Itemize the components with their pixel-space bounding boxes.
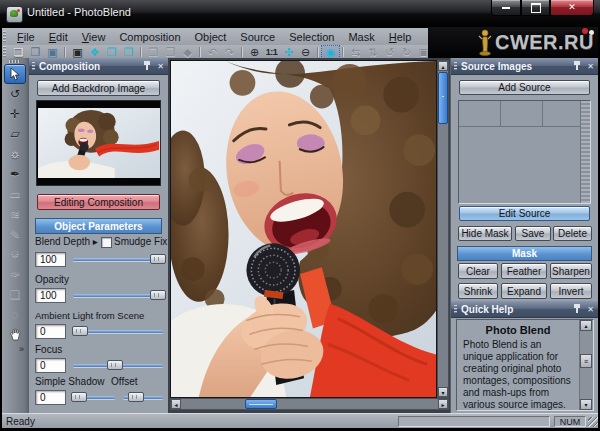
focus-slider[interactable] <box>73 358 163 372</box>
pin-icon[interactable] <box>143 61 151 71</box>
wand-tool[interactable]: ✷ <box>4 244 26 264</box>
source-list-scrollbar[interactable] <box>580 101 590 203</box>
save-mask-button[interactable]: Save <box>515 226 551 241</box>
eraser-tool[interactable]: ▭ <box>4 184 26 204</box>
distort-tool[interactable]: ▱ <box>4 124 26 144</box>
opacity-slider[interactable] <box>73 288 163 302</box>
add-backdrop-button[interactable]: Add Backdrop Image <box>37 80 160 96</box>
quick-help-scroll-thumb[interactable]: ≡ <box>580 354 592 368</box>
vertical-scroll-thumb[interactable] <box>438 72 448 124</box>
scroll-left-button[interactable]: ◂ <box>171 399 181 409</box>
slider-thumb[interactable] <box>72 326 88 336</box>
paste-icon[interactable]: ❒ <box>162 46 179 58</box>
zoom-out-icon[interactable]: ⊖ <box>297 46 314 58</box>
save-file-icon[interactable]: ▣ <box>44 46 61 58</box>
copy-icon[interactable]: ❐ <box>145 46 162 58</box>
blend-depth-expander-icon[interactable]: ▸ <box>93 236 98 247</box>
select-object-mode-icon[interactable]: ◉ <box>322 46 339 58</box>
resize-grip[interactable] <box>588 417 598 427</box>
scroll-up-button[interactable]: ▴ <box>438 61 448 71</box>
blend-depth-slider[interactable] <box>73 252 163 266</box>
add-source-image-icon[interactable]: ❐ <box>103 46 120 58</box>
canvas-horizontal-scrollbar[interactable]: ◂ ▸ <box>170 398 449 410</box>
menu-help[interactable]: Help <box>382 31 419 43</box>
hand-tool[interactable] <box>4 324 26 344</box>
opacity-value[interactable]: 100 <box>35 288 66 303</box>
flip-vertical-icon[interactable]: ⇅ <box>364 46 381 58</box>
rotate-left-icon[interactable]: ↺ <box>381 46 398 58</box>
redo-icon[interactable]: ↷ <box>221 46 238 58</box>
offset-slider[interactable] <box>123 390 163 404</box>
mask-clear-button[interactable]: Clear <box>458 263 498 279</box>
menu-object[interactable]: Object <box>188 31 234 43</box>
minimize-button[interactable] <box>491 0 521 16</box>
new-document-icon[interactable]: ❏ <box>10 46 27 58</box>
actual-size-icon[interactable]: 1:1 <box>263 46 280 58</box>
scroll-right-button[interactable]: ▸ <box>438 399 448 409</box>
zoom-in-icon[interactable]: ⊕ <box>246 46 263 58</box>
simple-shadow-slider[interactable] <box>73 390 115 404</box>
mask-sharpen-button[interactable]: Sharpen <box>550 263 592 279</box>
source-list-cell[interactable] <box>459 101 501 127</box>
menu-mask[interactable]: Mask <box>341 31 381 43</box>
menu-composition[interactable]: Composition <box>112 31 187 43</box>
slider-thumb[interactable] <box>71 392 87 402</box>
toolbar-grip[interactable] <box>3 46 6 57</box>
maximize-button[interactable] <box>521 0 550 16</box>
clone-tool[interactable]: ❏ <box>4 284 26 304</box>
edit-source-button[interactable]: Edit Source <box>459 206 590 221</box>
ambient-light-slider[interactable] <box>73 324 163 338</box>
open-file-icon[interactable]: ❒ <box>27 46 44 58</box>
source-image-list[interactable] <box>458 100 591 204</box>
rotate-right-icon[interactable]: ↻ <box>398 46 415 58</box>
select-tool[interactable] <box>4 64 26 84</box>
scroll-down-button[interactable]: ▾ <box>580 399 592 410</box>
hide-mask-button[interactable]: Hide Mask <box>458 226 512 241</box>
light-tool[interactable]: ☼ <box>4 144 26 164</box>
canvas-viewport[interactable] <box>170 60 437 398</box>
mask-expand-button[interactable]: Expand <box>501 283 547 299</box>
lasso-tool[interactable]: ◌ <box>4 304 26 324</box>
slider-thumb[interactable] <box>150 290 166 300</box>
source-panel-titlebar[interactable]: Source Images ✕ <box>451 58 598 75</box>
picker-tool[interactable]: ✑ <box>4 264 26 284</box>
simple-shadow-value[interactable]: 0 <box>35 390 66 405</box>
menubar-grip[interactable] <box>3 31 6 42</box>
slider-thumb[interactable] <box>128 392 144 402</box>
pen-tool[interactable]: ✎ <box>4 224 26 244</box>
blend-object-icon[interactable]: ◆ <box>179 46 196 58</box>
mask-feather-button[interactable]: Feather <box>501 263 547 279</box>
source-list-cell[interactable] <box>543 101 584 127</box>
add-source-button[interactable]: Add Source <box>459 80 590 95</box>
export-image-icon[interactable]: ❖ <box>86 46 103 58</box>
flip-horizontal-icon[interactable]: ⇆ <box>347 46 364 58</box>
brush-tool[interactable]: ✒ <box>4 164 26 184</box>
source-list-cell[interactable] <box>501 101 543 127</box>
palette-overflow-chevron[interactable]: » <box>2 344 28 354</box>
zoom-fit-icon[interactable]: ✣ <box>280 46 297 58</box>
save-composition-icon[interactable]: ▣ <box>69 46 86 58</box>
close-panel-icon[interactable]: ✕ <box>587 305 594 314</box>
smudge-fix-checkbox[interactable] <box>101 237 112 248</box>
move-tool[interactable]: ✛ <box>4 104 26 124</box>
palette-grip[interactable] <box>9 60 21 63</box>
editing-composition-button[interactable]: Editing Composition <box>37 194 160 210</box>
menu-source[interactable]: Source <box>233 31 282 43</box>
pin-icon[interactable] <box>573 61 581 71</box>
scroll-up-button[interactable]: ▴ <box>580 320 592 331</box>
rotate-tool[interactable]: ↺ <box>4 84 26 104</box>
blend-depth-value[interactable]: 100 <box>35 252 66 267</box>
ambient-light-value[interactable]: 0 <box>35 324 66 339</box>
title-bar[interactable]: Untitled - PhotoBlend ✕ <box>0 0 600 28</box>
close-panel-icon[interactable]: ✕ <box>587 62 594 71</box>
composition-panel-titlebar[interactable]: Composition ✕ <box>29 58 168 75</box>
undo-icon[interactable]: ↶ <box>204 46 221 58</box>
smudge-tool[interactable]: ≋ <box>4 204 26 224</box>
canvas-vertical-scrollbar[interactable]: ▴ ▾ <box>437 60 449 398</box>
delete-mask-button[interactable]: Delete <box>553 226 592 241</box>
close-panel-icon[interactable]: ✕ <box>157 62 164 71</box>
slider-thumb[interactable] <box>107 360 123 370</box>
mask-shrink-button[interactable]: Shrink <box>458 283 498 299</box>
focus-value[interactable]: 0 <box>35 358 66 373</box>
slider-thumb[interactable] <box>150 254 166 264</box>
